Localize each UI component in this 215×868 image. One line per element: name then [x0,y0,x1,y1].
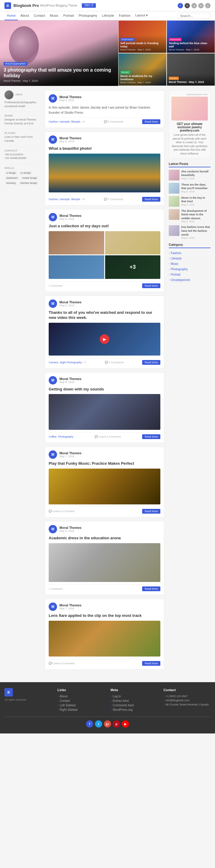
category-uncategorized[interactable]: › Uncategorized [169,277,211,283]
latest-post-4[interactable]: The development of fetish wear in the mi… [169,209,211,223]
nav-portrait[interactable]: Portrait [61,11,76,20]
footer-logo[interactable]: B [4,688,13,696]
category-portrait[interactable]: › Portrait [169,272,211,277]
post-meta-2: Fashion, hairstyle, lifestyle, +4 💬 2 Co… [49,195,160,202]
footer-gplus-btn[interactable]: g+ [104,720,111,727]
post-meta-4: Camera, Night Photography, +7 💬 3 Commen… [49,358,160,365]
category-photography[interactable]: › Photography [169,267,211,272]
post-comments-5: 💬 Leave a Comment [95,435,120,438]
nav-contact[interactable]: Contact [31,11,48,20]
ad-title: GET your ultimate exclusive jewelry jewe… [171,122,208,132]
skill-tag[interactable]: interface design [19,181,38,185]
read-more-btn-6[interactable]: Read More [142,509,160,514]
read-more-btn-2[interactable]: Read More [142,197,160,202]
footer-youtube-btn[interactable]: ▶ [122,720,129,727]
nav-about[interactable]: About [18,11,31,20]
post-date-1: May 8, 2018 [59,99,82,102]
category-music[interactable]: › Music [169,261,211,267]
hero-cell-1-title: Self portrait mode is Trending today [120,42,164,48]
latest-post-date-1: May 9, 2018 [181,177,211,180]
hero-cell-4[interactable]: MUSIC Moral Themes · May 7, 2018 [167,53,215,86]
post-author-8: M Moral Themes May 7, 2018 [49,602,160,611]
latest-post-3[interactable]: Music is the key to that Soul May 8, 201… [169,196,211,207]
latest-posts-title: Latest Posts [169,162,211,167]
header-social: f t g in p [178,3,211,8]
footer-copy: All rights reserved [4,698,52,701]
hero-cell-3[interactable]: MUSIC Music is medicine for my lonelines… [118,53,166,86]
twitter-icon[interactable]: t [185,3,190,8]
nav-lifestyle[interactable]: Lifestyle [100,11,116,20]
footer-contact-title: Contact [164,688,211,692]
nav-layout[interactable]: Layout ▾ [133,11,150,20]
footer-link-contact[interactable]: Contact [58,699,105,703]
hero-cell-2[interactable]: FASHION Tanding behind the blue clean wa… [167,21,215,53]
footer-meta-wp[interactable]: WordPress.org [110,708,158,712]
post-avatar-4: M [49,300,57,308]
post-card-6: M Moral Themes May 7, 2018 Play that Fun… [45,446,164,518]
footer-contact: Contact +1 (800) 123 4567 info@blogbook.… [164,688,211,712]
facebook-icon[interactable]: f [178,3,183,8]
play-button-4[interactable]: ▶ [100,334,109,344]
video-thumb-4[interactable]: ▶ [49,323,160,355]
footer-link-about[interactable]: About [58,694,105,699]
post-date-3: May 8, 2018 [59,217,82,220]
post-card-3: M Moral Themes May 8, 2018 Just a collec… [45,209,164,292]
post-avatar-8: M [49,602,57,611]
post-author-4: M Moral Themes May 8, 2018 [49,300,160,308]
hero-right: PORTRAIT Self portrait mode is Trending … [118,20,215,86]
category-lifestyle[interactable]: › Lifestyle [169,256,211,261]
footer-twitter-btn[interactable]: t [95,720,102,727]
hero-main-overlay: PHOTOGRAPHY 3 photography that will amaz… [0,58,118,86]
read-more-btn-3[interactable]: Read More [142,283,160,288]
footer-pinterest-btn[interactable]: p [113,720,120,727]
latest-post-2[interactable]: These are the days, that you'll remember… [169,183,211,194]
search-input[interactable] [178,13,211,19]
category-fashion[interactable]: › Fashion [169,251,211,256]
latest-post-img-2 [169,183,180,194]
latest-post-date-2: May 8, 2018 [181,190,211,193]
footer-meta-entries[interactable]: Entries feed [110,699,158,703]
nav-music[interactable]: Music [48,11,61,20]
read-more-btn-7[interactable]: Read More [142,586,160,591]
linkedin-icon[interactable]: in [198,3,204,8]
skill-tag[interactable]: mobile design [21,176,38,180]
skill-tag[interactable]: branding [5,181,17,185]
footer-links: Links About Contact Left Sidebar Right S… [58,688,105,712]
post-card-8: M Moral Themes May 7, 2018 Lens flare ap… [45,599,164,670]
latest-post-date-3: May 8, 2018 [181,204,211,206]
footer-meta-login[interactable]: Log In [110,694,158,699]
skill-tag[interactable]: ui design [5,171,17,175]
hero-cell-4-title: Moral Themes · May 7, 2018 [169,81,213,84]
promo-badge[interactable]: TRY IT [82,3,96,8]
post-avatar-7: M [49,525,57,533]
footer-meta-comments[interactable]: Comments feed [110,703,158,708]
latest-post-1[interactable]: She conducts herself beautifully May 9, … [169,170,211,181]
read-more-btn-4[interactable]: Read More [142,360,160,365]
pinterest-icon[interactable]: p [205,3,211,8]
footer-link-right[interactable]: Right Sidebar [58,708,105,712]
hero-cell-3-title: Music is medicine for my loneliness [120,74,164,81]
latest-post-5[interactable]: Key fashion icons that have led the fash… [169,225,211,239]
gplus-icon[interactable]: g [191,3,197,8]
footer-bottom: f t g+ p ▶ [4,716,211,727]
gallery-img-1 [49,231,104,255]
nav-home[interactable]: Home [4,11,18,20]
skill-tag[interactable]: ux design [19,171,32,175]
hero-cell-1[interactable]: PORTRAIT Self portrait mode is Trending … [118,21,166,53]
read-more-btn-5[interactable]: Read More [142,434,160,439]
hero-main[interactable]: PHOTOGRAPHY 3 photography that will amaz… [0,20,118,86]
post-title-2: What a beautiful photo! [49,146,160,151]
footer-link-left[interactable]: Left Sidebar [58,703,105,708]
nav-fashion[interactable]: Fashion [116,11,133,20]
post-author-name-7: Moral Themes [59,526,82,529]
read-more-btn-1[interactable]: Read More [142,119,160,124]
footer-facebook-btn[interactable]: f [86,720,93,727]
post-title-8: Lens flare applied to the clip on the to… [49,613,160,618]
post-image-2 [49,154,160,192]
read-more-btn-8[interactable]: Read More [142,661,160,666]
site-logo[interactable]: B [4,2,11,9]
skill-tag[interactable]: dashboard [5,176,19,180]
post-author-7: M Moral Themes May 6, 2018 [49,525,160,533]
nav-photography[interactable]: Photography [76,11,100,20]
places-section: Places Lives in New York From Canada [4,131,40,143]
